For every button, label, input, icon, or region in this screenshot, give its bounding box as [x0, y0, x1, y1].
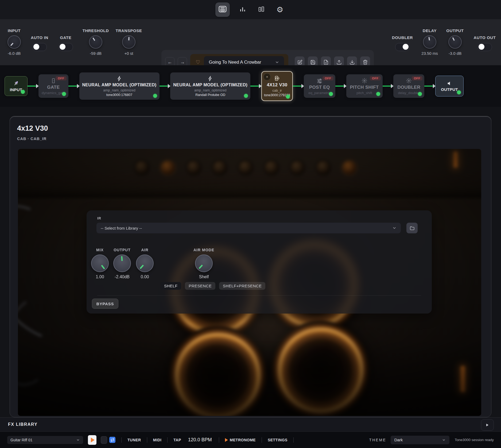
amp-view-button[interactable]	[215, 2, 230, 17]
separator	[262, 437, 262, 443]
status-dot	[62, 92, 66, 96]
folder-icon	[410, 226, 415, 231]
output-knob[interactable]	[448, 35, 462, 49]
chain-node-amp-2[interactable]: NEURAL AMP MODEL (OPTIMIZED) amp_nam_opt…	[170, 72, 250, 100]
theme-select[interactable]: Dark	[391, 436, 449, 444]
clip-play-button[interactable]	[88, 435, 96, 445]
fx-library-expand-button[interactable]	[481, 419, 494, 431]
output-knob-value: -2.40dB	[115, 275, 130, 279]
tap-tempo-button[interactable]: TAP	[173, 438, 181, 442]
card-divider	[97, 295, 421, 296]
chain-node-doubler[interactable]: OFF DOUBLER delay_doubler	[393, 74, 424, 98]
amp-icon	[219, 6, 227, 14]
auto-out-label: AUTO OUT	[474, 35, 496, 40]
fx-library-title: FX LIBRARY	[8, 422, 37, 427]
node-title: NEURAL AMP MODEL (OPTIMIZED)	[173, 83, 247, 87]
bar-chart-icon	[239, 6, 246, 13]
bypass-button[interactable]: BYPASS	[92, 299, 118, 309]
separator	[167, 437, 168, 443]
doubler-label: DOUBLER	[392, 35, 413, 40]
node-title: GATE	[47, 85, 60, 90]
arrow-left-icon: ←	[168, 59, 172, 65]
output-label: OUTPUT	[446, 28, 464, 33]
cabs-view-button[interactable]	[255, 4, 267, 16]
input-label: INPUT	[8, 28, 21, 33]
chain-node-post-eq[interactable]: OFF POST EQ eq_parametric	[304, 74, 335, 98]
status-dot	[21, 90, 25, 94]
file-plus-icon	[323, 60, 329, 65]
chain-node-input[interactable]: INPUT	[5, 76, 28, 96]
tone3000-app: { "colors": {"accent_green": "#1fbf55", …	[0, 0, 501, 448]
doubler-toggle[interactable]	[395, 43, 410, 51]
lightning-bolt-icon	[116, 75, 122, 82]
settings-button[interactable]: SETTINGS	[268, 438, 288, 442]
signal-chain: INPUT OFF GATE dynamics_gate NEURAL AMP …	[0, 65, 501, 107]
delay-label: DELAY	[423, 28, 437, 33]
threshold-knob[interactable]	[89, 35, 102, 49]
cabinets-icon	[258, 6, 265, 14]
mix-knob[interactable]	[91, 254, 109, 272]
loop-icon	[111, 438, 114, 442]
clip-monitor-checkbox[interactable]	[101, 436, 107, 444]
clip-select[interactable]: Guitar Riff 01	[7, 436, 83, 444]
global-control-strip: INPUT -6.0 dB AUTO IN GATE THRESHOLD -59…	[0, 19, 501, 65]
sparkle-icon	[361, 78, 368, 84]
transpose-knob[interactable]	[122, 35, 135, 49]
upload-icon	[336, 60, 342, 65]
output-value: -3.0 dB	[449, 51, 461, 56]
settings-view-button[interactable]: ⚙	[274, 4, 286, 16]
auto-in-toggle[interactable]	[32, 43, 47, 51]
air-mode-knob[interactable]	[195, 254, 213, 272]
cab-output-knob[interactable]	[113, 254, 131, 272]
auto-out-toggle[interactable]	[477, 43, 492, 51]
mode-presence-button[interactable]: PRESENCE	[185, 282, 215, 290]
chain-connector	[293, 86, 304, 87]
chain-node-output[interactable]: OUTPUT	[435, 76, 464, 96]
off-badge: OFF	[412, 76, 423, 80]
separator	[293, 437, 294, 443]
close-icon[interactable]: ×	[263, 73, 271, 80]
ir-library-select[interactable]: -- Select from Library --	[96, 223, 401, 233]
tuner-button[interactable]: TUNER	[127, 438, 141, 442]
editor-subtitle: CAB · CAB_IR	[17, 137, 46, 141]
metronome-label: METRONOME	[230, 438, 256, 442]
clip-loop-checkbox[interactable]	[109, 437, 115, 443]
edit-icon	[297, 60, 302, 65]
midi-button[interactable]: MIDI	[153, 438, 162, 442]
levels-view-button[interactable]	[237, 4, 248, 16]
chain-connector	[160, 86, 170, 87]
chain-connector	[424, 86, 435, 87]
gate-toggle[interactable]	[59, 43, 73, 51]
play-icon	[91, 438, 95, 442]
node-subtitle: dynamics_gate	[42, 91, 65, 95]
chain-connector	[250, 86, 261, 87]
delay-value: 23.50 ms	[421, 51, 438, 56]
ir-file-browse-button[interactable]	[406, 223, 418, 233]
node-model-name: Randall Protube OD	[195, 93, 225, 97]
top-view-bar: ⚙	[0, 0, 501, 19]
mode-shelf-button[interactable]: SHELF	[160, 282, 181, 290]
input-knob[interactable]	[7, 35, 21, 49]
node-title: PITCH SHIFT	[350, 85, 379, 90]
chain-node-pitch-shift[interactable]: OFF PITCH SHIFT pitch_shift	[346, 74, 383, 98]
favorite-heart-icon[interactable]: ♡	[196, 59, 200, 65]
bpm-value[interactable]: 120.0 BPM	[188, 437, 212, 443]
chain-node-gate[interactable]: OFF GATE dynamics_gate	[38, 74, 68, 98]
delay-knob[interactable]	[423, 35, 436, 49]
theme-label: THEME	[369, 438, 386, 442]
chain-node-cab-selected[interactable]: × 4X12 V30 cab_ir tone3000:279223	[261, 71, 293, 101]
air-mode-value: Shelf	[199, 275, 209, 279]
gear-icon: ⚙	[277, 6, 283, 14]
node-title: OUTPUT	[441, 87, 458, 92]
metronome-button[interactable]: METRONOME	[225, 438, 256, 442]
air-knob[interactable]	[136, 254, 154, 272]
chain-node-amp-1[interactable]: NEURAL AMP MODEL (OPTIMIZED) amp_nam_opt…	[79, 72, 160, 100]
chain-connector	[383, 86, 394, 87]
transport-bar: Guitar Riff 01 TUNER MIDI TAP 120.0 BPM …	[0, 431, 501, 448]
mode-shelf-presence-button[interactable]: SHELF+PRESENCE	[219, 282, 265, 290]
separator	[121, 437, 122, 443]
chevron-down-icon	[392, 226, 397, 230]
mix-knob-label: MIX	[96, 248, 104, 252]
theme-select-value: Dark	[394, 438, 403, 442]
save-icon	[310, 60, 316, 65]
